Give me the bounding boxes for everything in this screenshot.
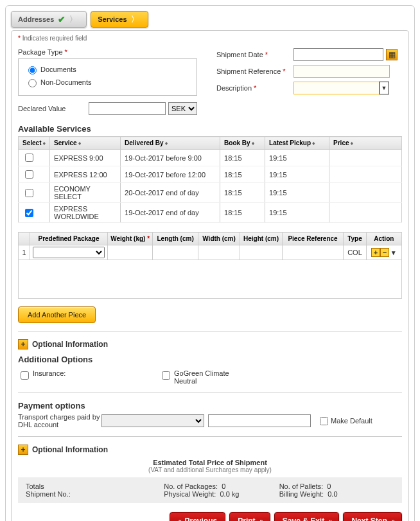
tab-label: Services <box>98 15 127 23</box>
table-row: ECONOMY SELECT 20-Oct-2017 end of day 18… <box>19 183 402 203</box>
col-select[interactable]: Select♦ <box>19 137 50 150</box>
weight-input[interactable] <box>111 247 148 258</box>
height-input[interactable] <box>244 247 279 258</box>
col-price[interactable]: Price♦ <box>329 137 402 150</box>
optional-info-toggle-1[interactable]: + Optional Information <box>18 339 402 349</box>
save-exit-button[interactable]: Save & Exit » <box>274 512 340 521</box>
shipment-date-label: Shipment Date * <box>216 51 293 58</box>
col-delivered[interactable]: Delivered By♦ <box>121 137 220 150</box>
col-pieceref: Piece Reference <box>282 233 344 245</box>
description-dropdown-icon[interactable]: ▼ <box>379 82 389 94</box>
non-documents-label: Non-Documents <box>40 78 91 86</box>
col-width: Width (cm) <box>198 233 240 245</box>
service-checkbox[interactable] <box>25 154 33 162</box>
row-menu-icon[interactable]: ▼ <box>390 249 397 256</box>
table-row: EXPRESS 12:00 19-Oct-2017 before 12:00 1… <box>19 166 402 183</box>
currency-select[interactable]: SEK <box>168 102 197 115</box>
piece-row: 1 COL +−▼ <box>19 245 402 260</box>
gogreen-checkbox[interactable] <box>162 371 170 380</box>
col-action: Action <box>366 233 401 245</box>
previous-button[interactable]: « Previous <box>170 512 225 521</box>
tab-services[interactable]: Services 〉 <box>91 11 148 28</box>
check-icon: ✔ <box>58 14 66 24</box>
plus-icon: + <box>18 445 28 455</box>
col-pickup[interactable]: Latest Pickup♦ <box>265 137 329 150</box>
package-type-box: Documents Non-Documents <box>18 58 197 96</box>
shipment-no-label: Shipment No.: <box>26 490 164 498</box>
tab-addresses[interactable]: Addresses ✔ 〉 <box>11 11 87 28</box>
package-type-label: Package Type * <box>18 48 197 56</box>
tab-bar: Addresses ✔ 〉 Services 〉 <box>11 11 409 28</box>
shipment-date-input[interactable] <box>293 48 383 61</box>
print-button[interactable]: Print » <box>229 512 270 521</box>
optional-info-toggle-2[interactable]: + Optional Information <box>18 445 402 455</box>
col-length: Length (cm) <box>153 233 198 245</box>
add-row-icon[interactable]: + <box>371 248 380 257</box>
col-predefined: Predefined Package <box>30 233 108 245</box>
insurance-label: Insurance: <box>33 369 66 377</box>
documents-radio[interactable] <box>28 66 37 75</box>
payment-options-title: Payment options <box>18 401 402 411</box>
pieces-empty-area <box>18 260 402 299</box>
totals-box: Totals Shipment No.: No. of Packages: 0 … <box>18 477 402 503</box>
documents-label: Documents <box>40 66 76 73</box>
required-note: * Indicates required field <box>18 35 402 42</box>
services-table: Select♦ Service♦ Delivered By♦ Book By♦ … <box>18 136 402 223</box>
service-checkbox[interactable] <box>25 209 33 217</box>
chevron-right-icon: 〉 <box>69 14 77 25</box>
service-checkbox[interactable] <box>25 189 33 197</box>
additional-options-title: Additional Options <box>18 355 402 364</box>
non-documents-radio[interactable] <box>28 79 37 87</box>
add-another-piece-button[interactable]: Add Another Piece <box>18 306 96 323</box>
description-label: Description * <box>216 84 293 92</box>
make-default-wrap: Make Default <box>317 415 372 427</box>
col-type: Type <box>344 233 366 245</box>
length-input[interactable] <box>157 247 194 258</box>
pieces-table: Predefined Package Weight (kg) * Length … <box>18 232 402 260</box>
remove-row-icon[interactable]: − <box>380 248 389 257</box>
declared-value-label: Declared Value <box>18 105 89 112</box>
col-bookby[interactable]: Book By♦ <box>220 137 265 150</box>
table-row: EXPRESS WORLDWIDE 19-Oct-2017 end of day… <box>19 203 402 223</box>
insurance-checkbox[interactable] <box>21 371 29 380</box>
footer-buttons: « Previous Print » Save & Exit » Next St… <box>18 512 402 521</box>
tab-label: Addresses <box>18 15 54 23</box>
available-services-title: Available Services <box>18 124 402 134</box>
col-service[interactable]: Service♦ <box>50 137 121 150</box>
next-step-button[interactable]: Next Step » <box>343 512 402 521</box>
description-input[interactable] <box>293 82 380 94</box>
totals-label: Totals <box>26 482 164 490</box>
gogreen-label: GoGreen Climate Neutral <box>174 369 238 385</box>
shipment-ref-label: Shipment Reference * <box>216 67 293 75</box>
calendar-icon[interactable]: ▦ <box>386 49 398 60</box>
shipment-ref-input[interactable] <box>293 65 390 78</box>
transport-account-select[interactable] <box>101 414 204 427</box>
form-panel: * Indicates required field Package Type … <box>11 30 409 521</box>
make-default-checkbox[interactable] <box>320 417 328 425</box>
chevron-right-icon: 〉 <box>131 14 139 25</box>
col-weight: Weight (kg) * <box>107 233 152 245</box>
declared-value-input[interactable] <box>89 102 166 115</box>
make-default-label: Make Default <box>331 417 372 425</box>
transport-account-input[interactable] <box>208 414 311 427</box>
main-panel: Addresses ✔ 〉 Services 〉 * Indicates req… <box>5 5 415 521</box>
col-height: Height (cm) <box>240 233 282 245</box>
predefined-select[interactable] <box>33 247 105 258</box>
service-checkbox[interactable] <box>25 170 33 179</box>
plus-icon: + <box>18 339 28 349</box>
transport-charges-label: Transport charges paid by DHL account <box>18 413 101 428</box>
pieceref-input[interactable] <box>286 247 339 258</box>
table-row: EXPRESS 9:00 19-Oct-2017 before 9:00 18:… <box>19 150 402 166</box>
width-input[interactable] <box>202 247 236 258</box>
estimate-block: Estimated Total Price of Shipment (VAT a… <box>18 459 402 473</box>
